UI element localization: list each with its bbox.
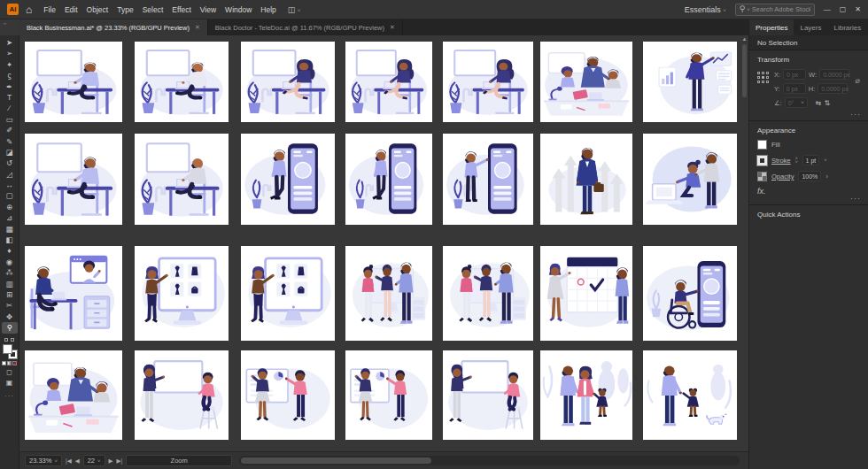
none-mode-button[interactable] — [12, 361, 17, 365]
stroke-weight-stepper[interactable]: ˄˅ — [795, 157, 798, 165]
tool-free-transform[interactable]: ▢ — [2, 190, 18, 201]
horizontal-scrollbar[interactable] — [239, 456, 740, 465]
tool-blend[interactable]: ◉ — [2, 257, 18, 267]
fill-proxy[interactable] — [3, 344, 12, 354]
workspace-switcher[interactable]: Essentials ˅ — [685, 5, 726, 14]
illustrator-app-icon[interactable]: Ai — [7, 4, 19, 15]
artboard-23[interactable] — [135, 350, 229, 440]
previous-artboard-button[interactable]: ◀ — [75, 457, 80, 465]
tool-hand[interactable]: ✥ — [2, 311, 18, 322]
opacity-chevron-icon[interactable]: › — [825, 173, 828, 181]
next-artboard-button[interactable]: ▶ — [109, 457, 113, 465]
tool-scale[interactable]: ◿ — [2, 169, 18, 180]
artboard-3[interactable] — [241, 42, 335, 122]
menu-effect[interactable]: Effect — [167, 5, 196, 14]
tool-artboard[interactable]: ⊞ — [2, 289, 18, 300]
menu-select[interactable]: Select — [138, 5, 168, 14]
tool-rectangle[interactable]: ▭ — [2, 114, 18, 125]
tool-eraser[interactable]: ◪ — [2, 147, 18, 158]
artboard-11[interactable] — [345, 134, 432, 225]
artboard-15[interactable] — [25, 246, 122, 341]
zoom-level-select[interactable]: 23.33%˅ — [25, 455, 62, 466]
tool-type[interactable]: T — [2, 92, 18, 103]
tool-width[interactable]: ↔ — [2, 180, 18, 190]
tool-gradient[interactable]: ◧ — [2, 234, 18, 245]
stroke-weight-chevron-icon[interactable]: ˅ — [824, 158, 827, 163]
artboard-16[interactable] — [135, 246, 229, 341]
close-button[interactable]: ✕ — [855, 5, 861, 13]
flip-vertical-icon[interactable]: ⇅ — [825, 99, 833, 107]
minimize-button[interactable]: — — [824, 5, 831, 13]
artboard-22[interactable] — [25, 350, 122, 440]
tool-pen[interactable]: ✒ — [2, 81, 18, 92]
artboard-14[interactable] — [643, 134, 737, 225]
stroke-label[interactable]: Stroke — [771, 157, 791, 165]
transform-more-options-icon[interactable]: ··· — [850, 110, 861, 119]
rotate-select[interactable]: 0°˅ — [785, 97, 808, 108]
tool-rotate[interactable]: ↺ — [2, 158, 18, 168]
width-input[interactable]: 0.0000 px — [819, 69, 849, 80]
draw-mode-icon[interactable]: ◻ — [6, 368, 12, 376]
menu-object[interactable]: Object — [82, 5, 113, 14]
maximize-button[interactable]: ▢ — [840, 5, 847, 13]
scroll-up-icon[interactable]: ▲ — [740, 35, 748, 42]
search-input[interactable]: ⚲ ˅ Search Adobe Stock — [735, 4, 815, 16]
height-input[interactable]: 0.0000 px — [818, 83, 848, 94]
artboard-1[interactable] — [25, 42, 122, 122]
artboard-4[interactable] — [345, 42, 432, 122]
tool-shape-builder[interactable]: ⊕ — [2, 202, 18, 212]
arrange-documents-icon[interactable]: ◫ ˅ — [288, 5, 301, 14]
stroke-swatch[interactable] — [757, 156, 767, 165]
screen-mode-icon[interactable]: ▣ — [6, 379, 13, 387]
artboard-24[interactable] — [241, 350, 335, 440]
artboard-17[interactable] — [241, 246, 335, 341]
artboard-9[interactable] — [135, 134, 229, 225]
gradient-mode-button[interactable] — [7, 361, 12, 365]
menu-help[interactable]: Help — [256, 5, 280, 14]
artboard-5[interactable] — [443, 42, 533, 122]
vertical-scroll-thumb[interactable] — [742, 44, 747, 97]
artboard-20[interactable] — [540, 246, 632, 341]
tool-lasso[interactable]: ϛ — [2, 70, 18, 81]
menu-edit[interactable]: Edit — [60, 5, 82, 14]
tab-close-icon[interactable]: ✕ — [390, 24, 395, 31]
artboard-7[interactable] — [643, 42, 737, 122]
tool-mesh[interactable]: ▦ — [2, 224, 18, 234]
fill-stroke-control[interactable] — [3, 344, 17, 358]
y-input[interactable]: 0 px — [783, 83, 806, 94]
opacity-swatch[interactable] — [757, 172, 767, 181]
tool-zoom[interactable]: ⚲ — [2, 322, 18, 333]
menu-type[interactable]: Type — [112, 5, 137, 14]
stroke-weight-input[interactable]: 1 pt — [802, 155, 820, 165]
tool-direct-selection[interactable]: ➢ — [2, 48, 18, 58]
artboard-26[interactable] — [443, 350, 533, 440]
artboard-21[interactable] — [643, 246, 737, 341]
artboard-25[interactable] — [345, 350, 432, 440]
artboard-13[interactable] — [540, 134, 632, 225]
reference-point-icon[interactable] — [757, 72, 770, 111]
menu-window[interactable]: Window — [221, 5, 256, 14]
artboard-2[interactable] — [135, 42, 229, 122]
swap-fill-stroke-icon[interactable] — [11, 338, 14, 342]
tool-paintbrush[interactable]: ✐ — [2, 125, 18, 135]
edit-toolbar-icon[interactable]: ··· — [4, 392, 14, 400]
opacity-input[interactable]: 100% — [798, 171, 821, 181]
tab-close-icon[interactable]: ✕ — [195, 24, 200, 31]
menu-file[interactable]: File — [39, 5, 60, 14]
appearance-more-options-icon[interactable]: ··· — [850, 194, 861, 203]
tool-magic-wand[interactable]: ✦ — [2, 59, 18, 70]
tool-eyedropper[interactable]: ♦ — [2, 245, 18, 256]
last-artboard-button[interactable]: ▶| — [117, 457, 123, 465]
fill-swatch[interactable] — [757, 140, 767, 150]
artboard-10[interactable] — [241, 134, 335, 225]
first-artboard-button[interactable]: |◀ — [66, 457, 72, 465]
tool-selection[interactable]: ➤ — [2, 37, 18, 48]
menu-view[interactable]: View — [196, 5, 221, 14]
artboard-27[interactable] — [540, 350, 632, 440]
artboard-12[interactable] — [443, 134, 533, 225]
flip-horizontal-icon[interactable]: ⇆ — [816, 99, 825, 107]
horizontal-scroll-thumb[interactable] — [241, 457, 431, 464]
tool-pencil[interactable]: ✎ — [2, 136, 18, 147]
tool-line-segment[interactable]: ∕ — [2, 103, 18, 113]
color-mode-button[interactable] — [2, 361, 6, 365]
